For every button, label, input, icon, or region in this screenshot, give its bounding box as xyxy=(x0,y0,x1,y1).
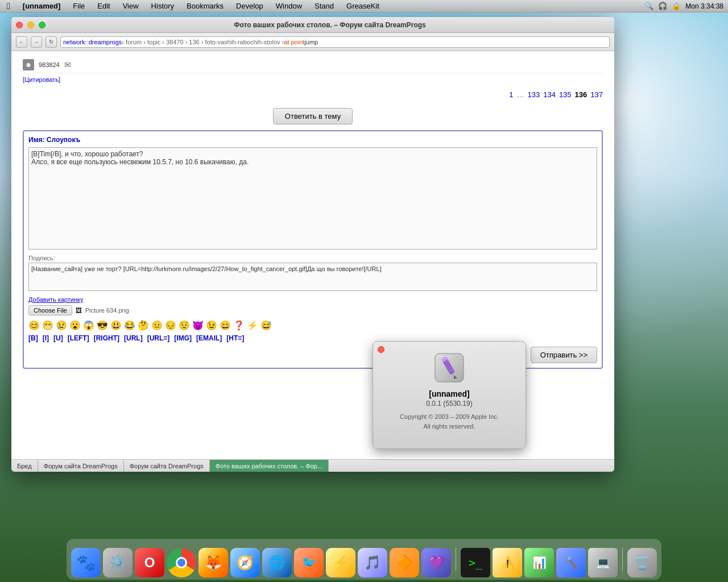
bbcode-url[interactable]: [URL] xyxy=(124,334,143,342)
bbcode-right[interactable]: [RIGHT] xyxy=(94,334,119,342)
dock-opera[interactable]: O xyxy=(135,548,164,577)
window-minimize-button[interactable] xyxy=(27,22,34,28)
bbcode-u[interactable]: [U] xyxy=(53,334,63,342)
dock-sysprefs[interactable]: ⚙️ xyxy=(103,548,133,577)
forward-button[interactable]: → xyxy=(31,36,42,48)
bbcode-i[interactable]: [I] xyxy=(43,334,49,342)
emoji-frown[interactable]: 😔 xyxy=(165,320,176,331)
emoji-neutral[interactable]: 😐 xyxy=(151,320,163,331)
dock-separator-2 xyxy=(622,548,623,571)
emoji-grin[interactable]: 😁 xyxy=(42,320,53,331)
add-image-link[interactable]: Добавить картинку xyxy=(28,296,597,303)
emoji-surprised[interactable]: 😮 xyxy=(69,320,81,331)
menu-view[interactable]: View xyxy=(121,2,141,10)
lock-icon[interactable]: 🔒 xyxy=(672,2,681,10)
emoji-lightning[interactable]: ⚡ xyxy=(247,320,258,331)
mail-icon[interactable]: ✉ xyxy=(64,60,71,69)
bbcode-url-eq[interactable]: [URL=] xyxy=(147,334,170,342)
file-icon: 🖼 xyxy=(76,307,82,314)
menu-develop[interactable]: Develop xyxy=(234,2,266,10)
address-bar[interactable]: network :: dreamprogs › forum › topic › … xyxy=(60,36,610,48)
quote-link[interactable]: [Цитировать] xyxy=(23,76,60,83)
bbcode-img[interactable]: [IMG] xyxy=(174,334,192,342)
about-app-icon xyxy=(432,351,466,385)
app-menu-name[interactable]: [unnamed] xyxy=(20,2,63,10)
signature-textarea[interactable]: [Название_сайта] уже не торт? [URL=http:… xyxy=(28,263,597,291)
page-134[interactable]: 134 xyxy=(543,90,556,99)
dock-app3[interactable]: 💻 xyxy=(588,548,618,577)
page-137[interactable]: 137 xyxy=(590,90,603,99)
dock-firefox[interactable]: 🦊 xyxy=(198,548,228,577)
menu-edit[interactable]: Edit xyxy=(95,2,112,10)
emoji-happy[interactable]: 😃 xyxy=(110,320,122,331)
emoji-laugh[interactable]: 😂 xyxy=(124,320,135,331)
dock-finder[interactable]: 🐾 xyxy=(71,548,101,577)
window-close-button[interactable] xyxy=(16,22,23,28)
bbcode-left[interactable]: [LEFT] xyxy=(68,334,89,342)
user-id: 983824 xyxy=(39,61,60,68)
emoji-think[interactable]: 🤔 xyxy=(138,320,149,331)
menu-bookmarks[interactable]: Bookmarks xyxy=(184,2,226,10)
browser-statusbar: Бред Форум сайта DreamProgs Форум сайта … xyxy=(11,459,614,472)
signature-label: Подпись: xyxy=(28,255,597,261)
page-current: 136 xyxy=(575,90,588,99)
emoji-devil[interactable]: 😈 xyxy=(192,320,204,331)
emoji-smile[interactable]: 😊 xyxy=(28,320,40,331)
dock-chrome[interactable] xyxy=(167,548,196,577)
about-close-button[interactable] xyxy=(378,346,384,353)
spotlight-icon[interactable]: 🔍 xyxy=(644,2,653,10)
dock-xcode[interactable]: 🔨 xyxy=(556,548,586,577)
bbcode-ht[interactable]: [HT=] xyxy=(226,334,244,342)
page-135[interactable]: 135 xyxy=(559,90,572,99)
dock-music[interactable]: 🎵 xyxy=(358,548,387,577)
about-dialog: [unnamed] 0.0.1 (5530.19) Copyright © 20… xyxy=(373,341,526,449)
dock-activity[interactable]: 📊 xyxy=(524,548,554,577)
reply-button[interactable]: Ответить в тему xyxy=(273,108,353,124)
dock-console[interactable]: ⚠️ xyxy=(493,548,522,577)
dock-safari[interactable]: 🧭 xyxy=(230,548,260,577)
bbcode-email[interactable]: [EMAIL] xyxy=(196,334,222,342)
page-133[interactable]: 133 xyxy=(527,90,540,99)
emoji-cool[interactable]: 😎 xyxy=(97,320,108,331)
submit-button[interactable]: Отправить >> xyxy=(531,347,597,363)
choose-file-button[interactable]: Choose File xyxy=(28,305,72,315)
emoji-wink[interactable]: 😉 xyxy=(206,320,217,331)
dock-browser2[interactable]: 🌐 xyxy=(262,548,292,577)
emoji-scared[interactable]: 😱 xyxy=(83,320,94,331)
emoji-sad[interactable]: 😢 xyxy=(56,320,67,331)
breadcrumb-network: network xyxy=(63,39,85,45)
menu-file[interactable]: File xyxy=(71,2,87,10)
tab-dreamprogs-1[interactable]: Форум сайта DreamProgs xyxy=(38,460,124,472)
emoji-big-smile[interactable]: 😄 xyxy=(220,320,231,331)
tab-bred[interactable]: Бред xyxy=(11,460,38,472)
browser-title: Фото ваших рабочих столов. – Форум сайта… xyxy=(50,21,610,29)
menu-greasemonkey[interactable]: GreaseKit xyxy=(344,2,382,10)
page-1[interactable]: 1 xyxy=(509,90,513,99)
apple-menu[interactable]:  xyxy=(5,1,13,11)
reply-form: Имя: Слоупокъ [B]Tim[/B], и что, хорошо … xyxy=(23,130,603,369)
menu-window[interactable]: Window xyxy=(274,2,304,10)
tab-dreamprogs-2[interactable]: Форум сайта DreamProgs xyxy=(124,460,210,472)
user-avatar: ● xyxy=(23,59,34,70)
about-version: 0.0.1 (5530.19) xyxy=(426,400,472,408)
menu-history[interactable]: History xyxy=(149,2,176,10)
about-copyright: Copyright © 2003 – 2009 Apple Inc. All r… xyxy=(400,412,499,431)
reload-button[interactable]: ↻ xyxy=(46,36,57,48)
menu-stand[interactable]: Stand xyxy=(312,2,336,10)
dock-app1[interactable]: 🐦 xyxy=(294,548,324,577)
back-button[interactable]: ← xyxy=(16,36,27,48)
dock-app2[interactable]: 💜 xyxy=(421,548,451,577)
message-textarea[interactable]: [B]Tim[/B], и что, хорошо работает? Алсо… xyxy=(28,147,597,250)
bbcode-b[interactable]: [B] xyxy=(28,334,38,342)
window-maximize-button[interactable] xyxy=(39,22,46,28)
emoji-sweat[interactable]: 😅 xyxy=(260,320,272,331)
dock-vlc[interactable]: 🔶 xyxy=(390,548,419,577)
dock-terminal[interactable]: >_ xyxy=(461,548,490,577)
dock-trash[interactable]: 🗑️ xyxy=(627,548,657,577)
emoji-question[interactable]: ❓ xyxy=(233,320,245,331)
dock-messenger[interactable]: ⚡ xyxy=(326,548,355,577)
dock: 🐾 ⚙️ O 🦊 🧭 🌐 🐦 ⚡ 🎵 🔶 💜 >_ xyxy=(67,539,661,580)
headphones-icon[interactable]: 🎧 xyxy=(658,2,667,10)
tab-foto-active[interactable]: Фото ваших рабочих столов. – Фор... xyxy=(210,460,329,472)
emoji-worried[interactable]: 😟 xyxy=(179,320,190,331)
